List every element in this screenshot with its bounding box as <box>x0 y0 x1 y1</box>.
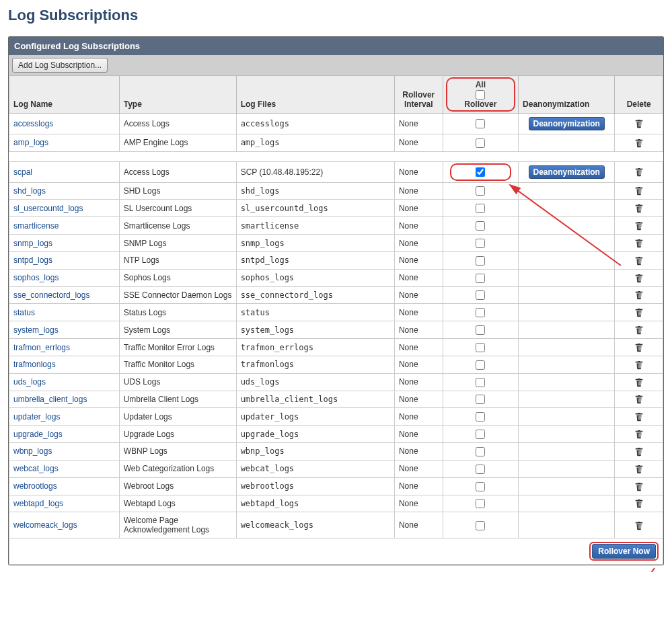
delete-cell <box>615 321 663 339</box>
log-name-link[interactable]: webrootlogs <box>13 481 57 491</box>
trash-icon[interactable] <box>634 412 644 422</box>
rollover-checkbox[interactable] <box>476 204 485 213</box>
page-title: Log Subscriptions <box>8 7 664 24</box>
rollover-checkbox[interactable] <box>476 221 485 231</box>
add-log-subscription-button[interactable]: Add Log Subscription... <box>12 58 108 73</box>
rollover-all-checkbox[interactable] <box>476 90 485 99</box>
rollover-checkbox[interactable] <box>476 325 485 335</box>
trash-icon[interactable] <box>634 378 644 387</box>
rollover-checkbox[interactable] <box>476 499 485 508</box>
trash-icon[interactable] <box>634 308 644 317</box>
rollover-checkbox[interactable] <box>476 343 485 352</box>
panel-toolbar: Add Log Subscription... <box>9 55 663 75</box>
deanonymization-cell <box>519 495 615 512</box>
log-name-link[interactable]: trafmonlogs <box>13 360 56 369</box>
rollover-checkbox[interactable] <box>476 308 485 317</box>
log-type-cell: SL Usercount Logs <box>119 200 236 217</box>
table-row: trafmonlogsTraffic Monitor Logstrafmonlo… <box>9 356 663 373</box>
trash-icon[interactable] <box>634 204 644 213</box>
log-name-link[interactable]: scpal <box>13 167 32 177</box>
trash-icon[interactable] <box>634 256 644 266</box>
trash-icon[interactable] <box>634 274 644 283</box>
rollover-checkbox[interactable] <box>476 290 485 300</box>
deanonymization-cell <box>519 477 615 495</box>
log-name-link[interactable]: uds_logs <box>13 377 46 387</box>
trash-icon[interactable] <box>634 360 644 370</box>
rollover-checkbox[interactable] <box>476 138 485 148</box>
rollover-checkbox[interactable] <box>476 482 485 491</box>
table-row: updater_logsUpdater Logsupdater_logsNone <box>9 408 663 426</box>
log-name-link[interactable]: sse_connectord_logs <box>13 290 89 300</box>
rollover-checkbox[interactable] <box>476 274 485 283</box>
log-name-link[interactable]: sl_usercountd_logs <box>13 204 83 213</box>
trash-icon[interactable] <box>634 482 644 491</box>
deanonymization-button[interactable]: Deanonymization <box>529 117 605 130</box>
rollover-checkbox[interactable] <box>476 521 485 530</box>
trash-icon[interactable] <box>634 465 644 474</box>
col-rollover-interval: Rollover Interval <box>394 76 443 114</box>
log-files-cell: wbnp_logs <box>236 443 394 461</box>
rollover-checkbox[interactable] <box>476 378 485 387</box>
log-name-link[interactable]: sntpd_logs <box>13 255 52 265</box>
col-rollover-all-label: All <box>476 80 486 89</box>
rollover-checkbox[interactable] <box>476 256 485 266</box>
log-name-link[interactable]: sophos_logs <box>13 273 59 282</box>
delete-cell <box>615 408 663 426</box>
rollover-cell <box>443 304 519 321</box>
rollover-checkbox[interactable] <box>476 465 485 474</box>
log-name-link[interactable]: system_logs <box>13 325 59 335</box>
trash-icon[interactable] <box>634 521 644 530</box>
log-name-link[interactable]: webtapd_logs <box>13 499 63 508</box>
log-name-link[interactable]: updater_logs <box>13 412 60 422</box>
rollover-checkbox[interactable] <box>476 430 485 439</box>
trash-icon[interactable] <box>634 499 644 508</box>
rollover-checkbox[interactable] <box>476 360 485 370</box>
trash-icon[interactable] <box>634 290 644 300</box>
log-name-link[interactable]: status <box>13 308 35 317</box>
trash-icon[interactable] <box>634 119 644 128</box>
rollover-checkbox[interactable] <box>476 395 485 404</box>
rollover-interval-cell: None <box>394 235 443 252</box>
delete-cell <box>615 235 663 252</box>
trash-icon[interactable] <box>634 325 644 335</box>
rollover-checkbox[interactable] <box>476 412 485 422</box>
log-name-link[interactable]: umbrella_client_logs <box>13 395 87 404</box>
log-name-link[interactable]: accesslogs <box>13 119 53 128</box>
log-name-link[interactable]: trafmon_errlogs <box>13 343 70 352</box>
log-name-link[interactable]: shd_logs <box>13 186 46 196</box>
log-name-link[interactable]: webcat_logs <box>13 464 59 473</box>
rollover-checkbox[interactable] <box>476 447 485 456</box>
log-name-link[interactable]: snmp_logs <box>13 239 52 248</box>
trash-icon[interactable] <box>634 186 644 196</box>
delete-cell <box>615 269 663 286</box>
log-subscriptions-panel: Configured Log Subscriptions Add Log Sub… <box>8 36 664 565</box>
trash-icon[interactable] <box>634 138 644 148</box>
panel-header: Configured Log Subscriptions <box>9 37 663 55</box>
rollover-checkbox[interactable] <box>476 119 485 128</box>
log-type-cell: Umbrella Client Logs <box>119 391 236 408</box>
rollover-checkbox[interactable] <box>476 186 485 196</box>
rollover-checkbox[interactable] <box>476 167 485 177</box>
rollover-interval-cell: None <box>394 391 443 408</box>
trash-icon[interactable] <box>634 221 644 231</box>
log-name-link[interactable]: amp_logs <box>13 138 48 147</box>
trash-icon[interactable] <box>634 343 644 352</box>
rollover-checkbox[interactable] <box>476 239 485 248</box>
deanonymization-cell <box>519 251 615 269</box>
log-type-cell: Access Logs <box>119 113 236 134</box>
trash-icon[interactable] <box>634 167 644 177</box>
table-row: welcomeack_logsWelcome Page Acknowledgem… <box>9 512 663 538</box>
trash-icon[interactable] <box>634 447 644 456</box>
trash-icon[interactable] <box>634 239 644 248</box>
log-name-link[interactable]: smartlicense <box>13 221 59 231</box>
deanonymization-cell <box>519 200 615 217</box>
deanonymization-button[interactable]: Deanonymization <box>529 165 605 179</box>
log-name-link[interactable]: welcomeack_logs <box>13 520 77 530</box>
log-name-link[interactable]: wbnp_logs <box>13 446 52 456</box>
trash-icon[interactable] <box>634 430 644 439</box>
trash-icon[interactable] <box>634 395 644 404</box>
rollover-now-button[interactable]: Rollover Now <box>592 544 656 559</box>
log-name-link[interactable]: upgrade_logs <box>13 430 63 439</box>
deanonymization-cell: Deanonymization <box>519 113 615 134</box>
delete-cell <box>615 426 663 443</box>
